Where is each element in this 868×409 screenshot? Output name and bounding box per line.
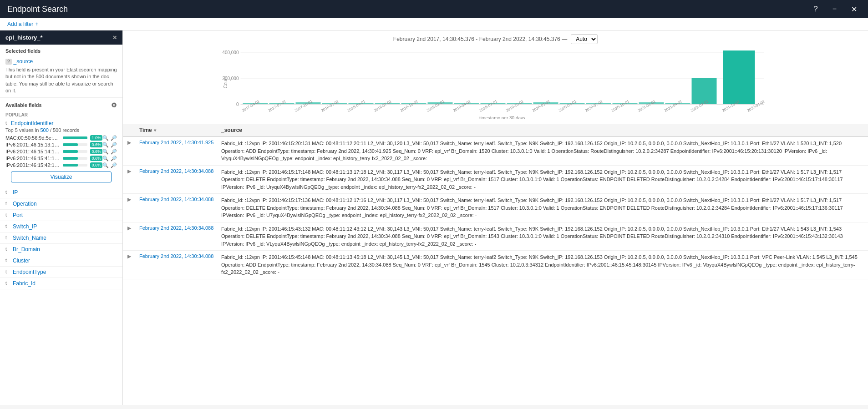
row-toggle-0[interactable]: ▶ — [123, 137, 136, 148]
bar-container — [63, 136, 87, 139]
table-row: ▶ February 2nd 2022, 14:30:34.088 Fabric… — [123, 222, 868, 251]
index-close-icon: ✕ — [112, 35, 117, 41]
svg-text:2019-10-01: 2019-10-01 — [505, 99, 525, 113]
row-source-2: Fabric_Id: :12vpn IP: 2001:46:15:17:136 … — [218, 194, 868, 222]
selected-fields-title: Selected fields — [0, 45, 122, 56]
th-source: _source — [218, 124, 868, 136]
help-button[interactable]: ? — [810, 3, 822, 15]
popular-label: Popular — [0, 111, 122, 118]
field-name-label: Operation — [13, 201, 37, 207]
svg-rect-25 — [723, 50, 755, 104]
gear-icon[interactable]: ⚙ — [111, 101, 117, 109]
field-name-label: Switch_IP — [13, 223, 37, 230]
title-bar: Endpoint Search ? − ✕ — [0, 0, 868, 18]
field-type-t: t — [5, 258, 11, 263]
sidebar-field-switch_ip[interactable]: t Switch_IP — [0, 221, 122, 232]
svg-text:2020-07-01: 2020-07-01 — [584, 99, 604, 113]
table-row: ▶ February 2nd 2022, 14:30:34.088 Fabric… — [123, 166, 868, 194]
svg-text:0: 0 — [236, 102, 239, 107]
pct-badge: 0.6% — [90, 156, 102, 161]
add-filter-button[interactable]: Add a filter + — [7, 21, 38, 27]
field-type-t: t — [5, 201, 11, 206]
sidebar-field-switch_name[interactable]: t Switch_Name — [0, 232, 122, 244]
sidebar-field-operation[interactable]: t Operation — [0, 198, 122, 210]
date-range-label: February 2nd 2017, 14:30:45.376 - Februa… — [393, 36, 567, 42]
other-fields-list: t IP t Operation t Port t Switch_IP t Sw… — [0, 187, 122, 289]
magnify-minus-icon[interactable]: 🔎 — [111, 162, 117, 168]
auto-select[interactable]: Auto — [571, 34, 598, 44]
minimize-button[interactable]: − — [829, 3, 840, 15]
visualize-button[interactable]: Visualize — [11, 172, 112, 182]
index-name[interactable]: epl_history_* ✕ — [0, 30, 122, 45]
field-type-t: t — [5, 224, 11, 229]
field-endpoint-identifier[interactable]: t EndpointIdentifier Top 5 values in 500… — [0, 118, 122, 187]
bar-fill — [63, 136, 87, 139]
sort-icon[interactable]: ▾ — [154, 128, 156, 133]
magnify-plus-icon[interactable]: 🔍 — [102, 149, 109, 155]
field-name-endpoint: EndpointIdentifier — [11, 120, 53, 126]
count-500a[interactable]: 500 — [40, 127, 48, 133]
available-fields-title: Available fields — [5, 102, 42, 108]
source-badge: ? — [5, 59, 12, 65]
magnify-plus-icon[interactable]: 🔍 — [102, 142, 109, 148]
top-values-label: Top 5 values in — [5, 127, 39, 133]
add-filter-label: Add a filter — [7, 21, 33, 27]
row-toggle-1[interactable]: ▶ — [123, 166, 136, 177]
field-type-t: t — [5, 235, 11, 240]
svg-text:2019-01-01: 2019-01-01 — [426, 99, 446, 113]
close-button[interactable]: ✕ — [848, 3, 861, 15]
field-type-t: t — [5, 212, 11, 217]
bar-container — [63, 157, 87, 160]
magnify-minus-icon[interactable]: 🔎 — [111, 142, 117, 148]
sidebar-field-ip[interactable]: t IP — [0, 187, 122, 198]
svg-text:2019-04-01: 2019-04-01 — [452, 99, 472, 113]
magnify-plus-icon[interactable]: 🔍 — [102, 162, 109, 168]
magnify-plus-icon[interactable]: 🔍 — [102, 135, 109, 141]
field-value-label: IPv6:2001::46:15:41:134:30141 — [5, 156, 60, 161]
sidebar-field-port[interactable]: t Port — [0, 210, 122, 221]
field-type-t: t — [5, 281, 11, 286]
available-fields-header: Available fields ⚙ — [0, 98, 122, 111]
bar-container — [63, 143, 87, 146]
slash: / — [50, 127, 51, 133]
row-time-4: February 2nd 2022, 14:30:34.088 — [136, 251, 218, 262]
field-value-label: IPv6:2001::46:15:42:146:30142 — [5, 162, 60, 168]
row-source-3: Fabric_Id: :12vpn IP: 2001:46:15:43:132 … — [218, 222, 868, 251]
index-label: epl_history_* — [5, 34, 43, 41]
svg-text:2017-10-01: 2017-10-01 — [294, 99, 314, 113]
table-row: ▶ February 2nd 2022, 14:30:34.088 Fabric… — [123, 194, 868, 222]
field-type-t: t — [5, 190, 11, 195]
field-value-label: IPv6:2001::46:15:14:144:30114 — [5, 149, 60, 154]
field-type-badge: t — [5, 121, 11, 126]
sidebar-field-fabric_id[interactable]: t Fabric_Id — [0, 278, 122, 289]
pct-badge: 0.6% — [90, 142, 102, 147]
bar-fill — [63, 143, 78, 146]
magnify-minus-icon[interactable]: 🔎 — [111, 156, 117, 162]
magnify-minus-icon[interactable]: 🔎 — [111, 135, 117, 141]
field-name-label: Fabric_Id — [13, 280, 36, 287]
table-header: Time ▾ _source — [123, 124, 868, 137]
magnify-plus-icon[interactable]: 🔍 — [102, 156, 109, 162]
sidebar-field-cluster[interactable]: t Cluster — [0, 255, 122, 267]
field-name-label: Port — [13, 212, 23, 218]
app-title: Endpoint Search — [7, 5, 68, 14]
row-toggle-3[interactable]: ▶ — [123, 222, 136, 234]
field-name-label: Cluster — [13, 258, 30, 264]
sidebar-field-endpointtype[interactable]: t EndpointType — [0, 267, 122, 278]
table-body: ▶ February 2nd 2022, 14:30:41.925 Fabric… — [123, 137, 868, 279]
field-value-row: IPv6:2001::46:15:14:144:30114 0.6% 🔍 🔎 — [5, 148, 117, 155]
row-toggle-2[interactable]: ▶ — [123, 194, 136, 205]
field-type-t: t — [5, 247, 11, 252]
filter-bar: Add a filter + — [0, 18, 868, 30]
bar-fill — [63, 157, 78, 160]
sidebar-field-br_domain[interactable]: t Br_Domain — [0, 244, 122, 255]
field-actions: 🔍 🔎 — [102, 135, 117, 141]
time-col-label: Time — [139, 127, 152, 133]
magnify-minus-icon[interactable]: 🔎 — [111, 149, 117, 155]
svg-text:2020-04-01: 2020-04-01 — [558, 99, 578, 113]
svg-text:2020-10-01: 2020-10-01 — [611, 99, 630, 113]
count-500b: 500 records — [53, 127, 79, 133]
content-area: February 2nd 2017, 14:30:45.376 - Februa… — [123, 30, 868, 405]
row-toggle-4[interactable]: ▶ — [123, 251, 136, 262]
field-value-row: MAC:00:50:56:9d:5e:5f:30034 1.0% 🔍 🔎 — [5, 135, 117, 141]
